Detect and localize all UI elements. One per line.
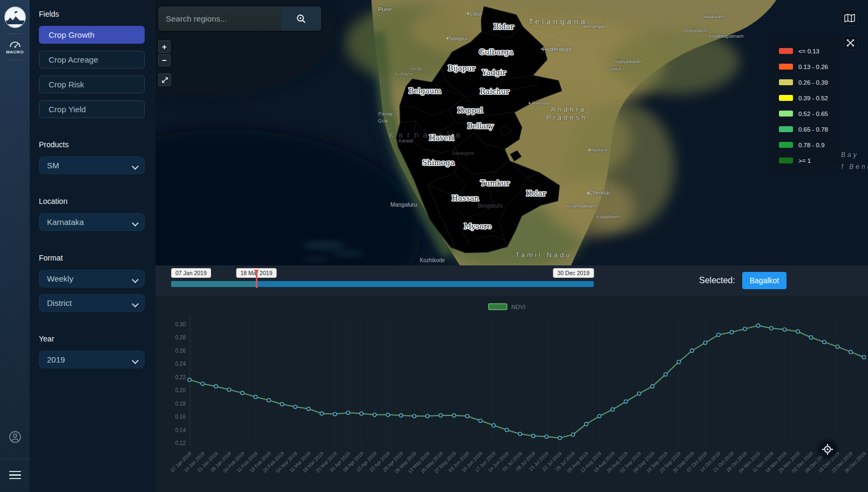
data-point[interactable] — [730, 331, 733, 334]
data-point[interactable] — [227, 388, 230, 391]
district-label-koppal[interactable]: Koppal — [457, 106, 483, 114]
ndvi-line-chart[interactable]: 0.300.280.260.240.220.200.180.160.140.12… — [155, 296, 868, 492]
data-point[interactable] — [558, 436, 561, 440]
data-point[interactable] — [717, 333, 720, 336]
district-label-haveri[interactable]: Haveri — [429, 133, 455, 142]
field-button-crop-yield[interactable]: Crop Yield — [39, 100, 145, 118]
data-point[interactable] — [849, 350, 852, 353]
district-label-kolar[interactable]: Kolar — [526, 189, 546, 197]
field-button-crop-risk[interactable]: Crop Risk — [39, 76, 145, 93]
data-point[interactable] — [267, 399, 270, 402]
data-point[interactable] — [571, 433, 574, 436]
data-point[interactable] — [809, 336, 812, 339]
user-account-icon[interactable] — [9, 430, 22, 443]
field-button-crop-acreage[interactable]: Crop Acreage — [39, 51, 145, 69]
data-point[interactable] — [743, 327, 747, 330]
selected-district-button[interactable]: Bagalkot — [742, 272, 786, 289]
data-point[interactable] — [783, 328, 786, 331]
data-point[interactable] — [254, 395, 257, 399]
search-button[interactable] — [281, 6, 321, 31]
map-fullscreen-button[interactable] — [843, 36, 858, 50]
app-logo[interactable] — [4, 6, 26, 28]
data-point[interactable] — [188, 378, 191, 381]
data-point[interactable] — [518, 432, 521, 435]
menu-hamburger-button[interactable] — [9, 459, 21, 492]
timeline-slider-track[interactable] — [171, 281, 594, 287]
products-select[interactable]: SM — [39, 156, 145, 174]
data-point[interactable] — [347, 411, 350, 414]
data-point[interactable] — [677, 360, 680, 364]
district-label-tumkur[interactable]: Tumkur — [480, 179, 510, 187]
search-input[interactable] — [158, 6, 281, 31]
data-point[interactable] — [611, 408, 614, 411]
timeline-slider-handle[interactable] — [256, 272, 257, 288]
district-label-yadgir[interactable]: Yadgir — [482, 68, 506, 77]
data-point[interactable] — [307, 407, 310, 411]
data-point[interactable] — [280, 402, 283, 406]
format-section-label: Format — [39, 254, 145, 262]
y-axis-tick: 0.24 — [175, 361, 186, 367]
geolocate-button[interactable] — [818, 440, 837, 459]
data-point[interactable] — [638, 392, 641, 395]
district-label-mysore[interactable]: Mysore — [464, 222, 492, 230]
data-point[interactable] — [452, 414, 456, 417]
data-point[interactable] — [624, 400, 627, 403]
map-zoom-out-button[interactable]: − — [158, 54, 171, 66]
data-point[interactable] — [479, 419, 482, 422]
data-point[interactable] — [333, 412, 336, 415]
data-point[interactable] — [241, 391, 244, 394]
data-point[interactable] — [426, 414, 429, 418]
data-point[interactable] — [320, 412, 323, 415]
data-point[interactable] — [201, 382, 204, 385]
location-select[interactable]: Karnataka — [39, 213, 145, 231]
data-point[interactable] — [545, 435, 548, 438]
district-label-hassan[interactable]: Hassan — [452, 194, 479, 202]
data-point[interactable] — [836, 345, 839, 348]
data-point[interactable] — [294, 405, 297, 408]
data-point[interactable] — [386, 413, 389, 416]
field-button-crop-growth[interactable]: Crop Growth — [39, 26, 145, 44]
chart-legend[interactable]: NDVI — [489, 304, 525, 310]
data-point[interactable] — [796, 330, 799, 333]
district-label-shimoga[interactable]: Shimoga — [422, 158, 455, 167]
data-point[interactable] — [650, 385, 654, 388]
data-point[interactable] — [598, 414, 601, 418]
map-expand-button[interactable]: ⤢ — [158, 73, 171, 86]
data-point[interactable] — [770, 326, 773, 330]
district-label-raichur[interactable]: Raichur — [480, 87, 510, 95]
data-point[interactable] — [492, 423, 495, 427]
data-point[interactable] — [439, 414, 442, 417]
data-point[interactable] — [399, 414, 403, 417]
data-point[interactable] — [703, 341, 707, 344]
data-point[interactable] — [373, 413, 376, 416]
data-point[interactable] — [360, 412, 363, 415]
data-point[interactable] — [412, 414, 416, 418]
map-place-label-nellore: Nellore — [591, 147, 607, 153]
district-label-gulbarga[interactable]: Gulbarga — [479, 47, 513, 56]
map-place-label-vijayawada: Vijayawada — [615, 58, 641, 64]
district-label-bijapur[interactable]: Bijapur — [448, 64, 476, 72]
data-point[interactable] — [585, 422, 588, 426]
data-point[interactable] — [823, 340, 826, 344]
timeline-start-label: 07 Jan 2019 — [171, 268, 211, 278]
map-legend: <= 0.130.13 - 0.260.26 - 0.390.39 - 0.52… — [770, 37, 841, 174]
format-level-select[interactable]: District — [39, 294, 145, 312]
data-point[interactable] — [664, 373, 667, 376]
district-label-bidar[interactable]: Bidar — [493, 22, 514, 31]
data-point[interactable] — [532, 434, 535, 438]
data-point[interactable] — [214, 385, 218, 388]
map-zoom-in-button[interactable]: + — [158, 40, 171, 53]
data-point[interactable] — [862, 356, 865, 359]
map-layers-button[interactable] — [842, 10, 858, 26]
data-point[interactable] — [756, 324, 760, 327]
data-point[interactable] — [465, 414, 469, 418]
district-label-bellary[interactable]: Bellary — [467, 121, 494, 130]
legend-item: 0.26 - 0.39 — [779, 74, 841, 90]
district-label-belgaum[interactable]: Belgaum — [409, 86, 442, 95]
format-frequency-select[interactable]: Weekly — [39, 270, 145, 288]
map-canvas[interactable]: PuneLaturSolapurTelanganaWarangalHyderab… — [155, 0, 868, 265]
data-point[interactable] — [505, 428, 508, 432]
year-select[interactable]: 2019 — [39, 351, 145, 368]
nav-item-macro[interactable]: MACRO — [6, 39, 24, 54]
data-point[interactable] — [690, 349, 694, 352]
